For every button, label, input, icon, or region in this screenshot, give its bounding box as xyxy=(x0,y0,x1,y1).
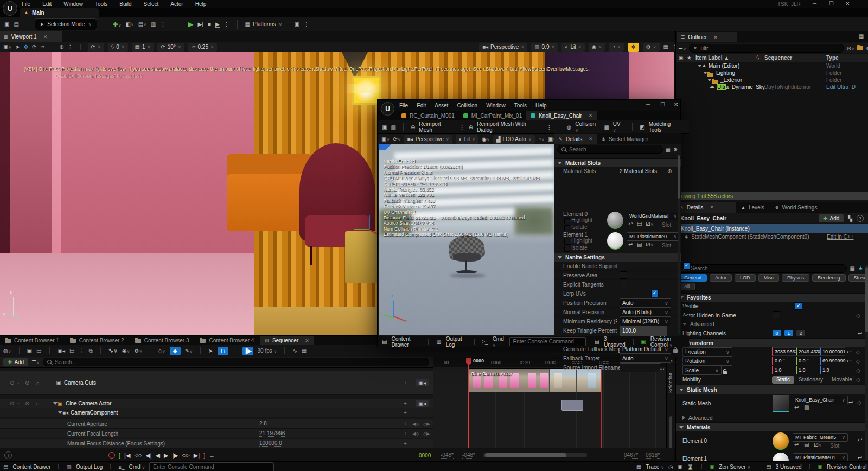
sequencer-save-icon[interactable]: ▣ xyxy=(27,348,32,354)
unsaved-button[interactable]: 3 Unsaved xyxy=(776,464,802,470)
reimport-dialog-overflow-icon[interactable]: ⋮ xyxy=(546,124,552,130)
channel-0-toggle[interactable]: 0 xyxy=(773,330,781,336)
sequencer-view-options-icon[interactable]: ◉∨ xyxy=(122,348,130,354)
viewport-options-icon[interactable]: ▣∨ xyxy=(3,44,11,50)
camera-perspective-dropdown[interactable]: ■◂Perspective∨ xyxy=(479,43,527,52)
static-mesh-editor-window[interactable]: U File Edit Asset Collision Window Tools… xyxy=(377,99,681,347)
material-1-dropdown[interactable]: MI_PlasticMatte0∨ xyxy=(627,232,680,241)
favorites-star-icon[interactable]: ★ xyxy=(858,265,863,271)
fps-dropdown[interactable]: 30 fps ∨ xyxy=(258,348,277,354)
visibility-column-icon[interactable]: ◉ xyxy=(679,55,684,61)
asset-tab-close-icon[interactable]: ✕ xyxy=(589,113,593,118)
loop-toggle-button[interactable]: → xyxy=(209,452,215,459)
rotation-keyframe-icon[interactable]: ◇ xyxy=(856,358,860,364)
track-search-input[interactable] xyxy=(43,358,429,366)
texture-params-icon[interactable]: ⚂∨ xyxy=(646,221,654,227)
camera-lock-toggle-icon[interactable]: ▣◂ xyxy=(416,379,429,386)
rotation-x-field[interactable]: 0.0 ° xyxy=(772,357,797,365)
play-frame-skip-button[interactable]: ▶| xyxy=(198,21,203,27)
details-search-field[interactable] xyxy=(690,265,843,272)
next-key-icon[interactable]: ◇▶ xyxy=(423,422,430,427)
material-1-thumbnail[interactable] xyxy=(607,232,623,250)
tab-details[interactable]: ✎ Details ✕ xyxy=(676,202,736,213)
maximize-button[interactable]: ☐ xyxy=(829,1,834,7)
toolbar-overflow-icon[interactable]: ⋮ xyxy=(161,21,166,27)
reset-lighting-channels-icon[interactable]: ↩ xyxy=(858,330,862,336)
solo-track-icon[interactable]: ∩ xyxy=(36,400,40,406)
channel-1-toggle[interactable]: 1 xyxy=(784,330,793,336)
playback-end-bracket[interactable]: ] xyxy=(203,452,205,459)
material-1-dropdown[interactable]: MI_PlasticMatte01∨ xyxy=(793,453,848,461)
scale-lock-icon[interactable] xyxy=(723,371,727,374)
outliner-search-field[interactable] xyxy=(699,45,839,52)
display-options-icon[interactable]: ▦ xyxy=(850,265,855,271)
create-camera-icon[interactable]: ▣◂ xyxy=(58,348,65,354)
solo-track-icon[interactable]: ∩ xyxy=(36,380,40,386)
save-icon[interactable]: ▣ xyxy=(4,21,9,27)
selection-side-tab[interactable]: Selection xyxy=(668,373,673,393)
lit-mode-dropdown[interactable]: ◐Lit∨ xyxy=(561,43,584,52)
tab-viewport-1[interactable]: ▦ Viewport 1 ✕ xyxy=(0,31,62,42)
material-0-thumbnail[interactable] xyxy=(607,212,623,229)
section-favorites[interactable]: Favorites xyxy=(676,293,868,302)
type-column[interactable]: Type xyxy=(826,55,839,61)
blueprints-icon[interactable]: ◧∨ xyxy=(125,21,133,27)
static-mesh-thumbnail[interactable] xyxy=(773,395,789,412)
browse-to-asset-icon[interactable]: ▤ xyxy=(804,404,809,410)
tab-knoll-easy-chair[interactable]: Knoll_Easy_Chair ✕ xyxy=(526,111,597,120)
highlight-checkbox[interactable] xyxy=(564,239,570,245)
view-mode-options-dropdown[interactable]: ◔∨ xyxy=(609,43,624,52)
menu-build[interactable]: Build xyxy=(119,1,131,7)
show-flags-icon[interactable]: ◉∨ xyxy=(482,136,490,142)
filter-actor[interactable]: Actor xyxy=(710,274,732,282)
select-tool-icon[interactable]: ➤ xyxy=(15,44,20,50)
add-component-button[interactable]: ✚Add xyxy=(819,214,844,222)
rotation-z-field[interactable]: 69.999999 xyxy=(820,357,845,365)
screenshot-icon[interactable]: ▣ xyxy=(678,464,682,470)
track-camera-cuts[interactable]: ⊙ ◦ ⊘ ∩ ▣ Camera Cuts + ▣◂ xyxy=(0,371,433,395)
track-cine-camera-actor[interactable]: ⊙ ◦ ⊘ ∩ ▣ Cine Camera Actor + ▣◂ xyxy=(0,399,433,409)
component-row-staticmesh[interactable]: ◈ StaticMeshComponent (StaticMeshCompone… xyxy=(676,233,868,241)
focal-length-value[interactable]: 21.197996 xyxy=(259,430,285,437)
revision-control-dropdown[interactable]: Revision Control ∨ xyxy=(650,336,685,348)
normal-precision-dropdown[interactable]: Auto (8 bits)∨ xyxy=(620,308,671,317)
tab-content-browser-2[interactable]: Content Browser 2 xyxy=(65,336,129,345)
location-x-field[interactable]: 3083.9662 xyxy=(772,347,797,356)
rotation-y-field[interactable]: 0.0 ° xyxy=(796,357,821,365)
section-static-mesh-advanced[interactable]: Advanced xyxy=(676,414,868,422)
mesh-preview-viewport[interactable]: Nanite Enabled Position Precision: 1/16c… xyxy=(379,144,554,335)
tab-main-level[interactable]: ▲ Main xyxy=(20,8,99,17)
scale-y-field[interactable]: 1.0 xyxy=(796,366,821,374)
unsaved-button[interactable]: 3 Unsaved xyxy=(604,336,625,348)
menu-tools[interactable]: Tools xyxy=(95,1,107,7)
dock-options-icon[interactable]: ▦ xyxy=(859,33,864,39)
display-filter-icon[interactable]: ▦ xyxy=(666,147,671,152)
material-0-dropdown[interactable]: WorldGridMaterial∨ xyxy=(627,212,680,220)
scale-x-field[interactable]: 1.0 xyxy=(772,366,797,374)
prev-keyframe-button[interactable]: ◁◇ xyxy=(134,453,142,458)
window-minimize-button[interactable]: ─ xyxy=(646,101,650,107)
details-tab-close-icon[interactable]: ✕ xyxy=(710,205,714,210)
to-end-button[interactable]: ▶| xyxy=(194,452,200,459)
viewport-options-icon[interactable]: ▣∨ xyxy=(381,136,390,142)
outliner-search-input[interactable]: ✕ xyxy=(689,44,844,53)
unreal-logo-icon[interactable]: U xyxy=(3,1,17,16)
viewport-settings-dropdown[interactable]: ⚙∨ xyxy=(643,43,660,52)
camera-cuts-filmstrip[interactable]: Cine Camera Actor xyxy=(468,368,602,392)
collision-dropdown[interactable]: Collision ∨ xyxy=(575,121,600,133)
menu-edit[interactable]: Edit xyxy=(42,1,52,7)
filter-lod[interactable]: LOD xyxy=(735,274,756,282)
play-forward-button[interactable]: ▶ xyxy=(164,452,168,459)
tab-outliner[interactable]: ☰ Outliner ✕ xyxy=(677,32,737,42)
tab-content-browser-3[interactable]: Content Browser 3 xyxy=(130,336,194,345)
menu-edit[interactable]: Edit xyxy=(417,103,426,109)
snap-overflow-icon[interactable]: ⋮ xyxy=(233,348,238,354)
lerp-uvs-checkbox[interactable] xyxy=(651,290,659,297)
tab-content-browser-4[interactable]: Content Browser 4 xyxy=(195,336,259,345)
mesh-perspective-dropdown[interactable]: ■◂Perspective∨ xyxy=(404,135,452,144)
highlight-checkbox[interactable] xyxy=(564,218,570,224)
browse-to-asset-icon[interactable]: ▤ xyxy=(637,241,642,247)
focus-distance-value[interactable]: 100000.0 xyxy=(259,440,282,447)
enable-nanite-checkbox[interactable] xyxy=(683,262,691,270)
sequencer-world-icon[interactable]: ◍∨ xyxy=(3,348,11,354)
